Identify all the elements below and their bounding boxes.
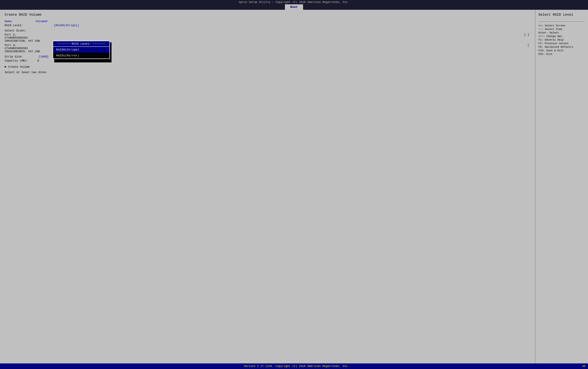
popup-option-raid1[interactable]: RAID1(Mirror) [53,53,110,59]
create-volume-label: Create Volume [8,65,30,68]
help-key-enter: Enter: Select [538,31,559,34]
popup-title: RAID Level: [72,42,91,46]
strip-size-value[interactable]: [16KB] [39,55,49,58]
help-key-esc: ESC: Exit [538,53,553,56]
popup-option-raid0[interactable]: RAID0(Stripe) [53,47,110,53]
help-key-change: +/−: Change Opt. [538,35,564,38]
tab-bar: Boot [0,4,588,10]
top-bar-title: Aptio Setup Utility – Copyright (C) 2016… [239,1,349,4]
main-area: Create RAID Volume Name: Volume0 RAID Le… [0,10,588,363]
raid-level-row: RAID Level: [RAID0(Stripe)] [5,24,530,27]
help-key-f9: F9: Optimized Defaults [538,46,573,49]
help-f1: F1: General Help [538,38,585,41]
top-bar: Aptio Setup Utility – Copyright (C) 2016… [0,0,588,4]
capacity-value: 0 [37,59,39,62]
help-change-opt: +/−: Change Opt. [538,35,585,38]
strip-size-label: Strip Size: [5,55,23,58]
help-select-item: ↑↓: Select Item [538,28,585,31]
bottom-note: Select at least two disks [5,71,530,74]
footer-text: Version 2.17.1245. Copyright (C) 2016 Am… [10,365,582,368]
help-section: ⇔⇔: Select Screen ↑↓: Select Item Enter:… [538,21,585,56]
help-key-f10: F10: Save & Exit [538,49,564,52]
left-panel-title: Create RAID Volume [5,13,530,17]
port2-bracket[interactable]: [ ] [524,33,529,42]
boot-tab[interactable]: Boot [285,4,303,10]
help-select-screen: ⇔⇔: Select Screen [538,24,585,27]
raid-level-value[interactable]: [RAID0(Stripe)] [54,24,79,27]
popup-box: RAID Level: RAID0(Stripe) RAID1(Mirror) [53,41,110,59]
help-key-screen: ⇔⇔: Select Screen [538,24,565,27]
help-enter-select: Enter: Select [538,31,585,34]
capacity-label: Capacity (MB): [5,59,28,62]
help-f10: F10: Save & Exit [538,49,585,52]
help-esc: ESC: Exit [538,53,585,56]
arrow-icon: ► [5,65,7,69]
help-key-f2: F2: Previous Values [538,42,568,45]
select-disks-label: Select Disks: [5,29,530,32]
name-row: Name: Volume0 [5,20,530,23]
raid-level-label: RAID Level: [5,24,23,27]
right-panel-title: Select RAID Level [538,13,585,17]
left-panel: Create RAID Volume Name: Volume0 RAID Le… [0,10,535,363]
raid-level-popup: RAID Level: RAID0(Stripe) RAID1(Mirror) [53,41,110,59]
port3-bracket[interactable]: [ [527,44,529,53]
create-volume-row[interactable]: ► Create Volume [5,65,530,69]
help-key-item: ↑↓: Select Item [538,28,562,31]
footer-badge: AB [582,365,587,368]
name-label: Name: [5,20,36,23]
help-key-f1: F1: General Help [538,38,564,41]
right-panel: Select RAID Level ⇔⇔: Select Screen ↑↓: … [535,10,588,363]
bottom-bar: Version 2.17.1245. Copyright (C) 2016 Am… [0,363,588,369]
name-value: Volume0 [36,20,47,23]
popup-title-bar: RAID Level: [53,41,110,47]
help-f9: F9: Optimized Defaults [538,46,585,49]
help-f2: F2: Previous Values [538,42,585,45]
